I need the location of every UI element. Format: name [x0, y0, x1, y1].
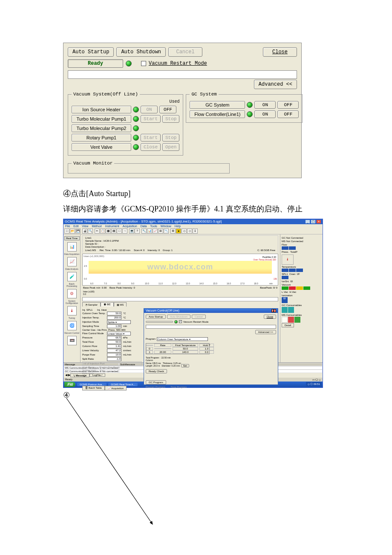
nav-icon[interactable]: 🌡: [67, 306, 77, 315]
auto-shutdown-button[interactable]: Auto Shutdown: [116, 47, 166, 57]
toolbar-icon[interactable]: ⊞: [158, 228, 163, 234]
arrow-annotation: ④: [63, 390, 332, 531]
param-input[interactable]: 66.5: [107, 336, 121, 340]
param-input[interactable]: 1.41: [107, 344, 121, 348]
menu-item[interactable]: Help: [175, 225, 181, 228]
vacuum-restart-checkbox[interactable]: [179, 320, 182, 323]
cell[interactable]: [154, 348, 171, 349]
toolbar-icon[interactable]: ?: [135, 228, 140, 234]
gc-program-button[interactable]: GC Program: [146, 380, 166, 384]
set-button[interactable]: Set: [181, 364, 189, 367]
param-input[interactable]: 250.0: [107, 316, 121, 320]
toolbar-icon[interactable]: □: [117, 228, 122, 234]
dialog-close-button[interactable]: ×: [274, 309, 276, 312]
program-select[interactable]: Column Oven Temperature ▾: [157, 337, 208, 341]
auto-shutdown-button[interactable]: Auto Shutdown: [167, 315, 190, 319]
toolbar-icon[interactable]: ▦: [106, 228, 111, 234]
param-input[interactable]: 50.0: [107, 340, 121, 344]
toolbar-icon[interactable]: ⚙: [170, 228, 176, 234]
param-input[interactable]: 47.2: [107, 349, 121, 353]
close-button[interactable]: Close: [264, 315, 276, 319]
cell[interactable]: 50.0: [173, 347, 198, 350]
tab-gc[interactable]: 🖥 GC: [101, 302, 114, 306]
toolbar-icon[interactable]: 📊: [147, 228, 152, 234]
toolbar-icon[interactable]: ●: [176, 228, 181, 234]
toolbar-icon[interactable]: ◇: [187, 228, 192, 234]
minimize-button[interactable]: _: [305, 220, 310, 224]
menu-item[interactable]: Window: [161, 225, 171, 228]
vacuum-restart-checkbox[interactable]: [141, 61, 146, 66]
param-input[interactable]: -1.0: [107, 357, 121, 361]
menu-item[interactable]: Edit: [73, 225, 78, 228]
param-input[interactable]: 50.0: [107, 312, 121, 315]
start-button[interactable]: 开始: [64, 382, 75, 387]
cell[interactable]: 1.0: [199, 347, 214, 350]
gc-off-button[interactable]: OFF: [277, 101, 299, 109]
nav-icon[interactable]: 🌀: [67, 321, 77, 330]
param-input[interactable]: 10.0: [107, 353, 121, 357]
toolbar-icon[interactable]: □: [64, 228, 69, 234]
cancel-button[interactable]: Cancel: [168, 47, 202, 57]
auto-startup-button[interactable]: Auto Startup: [68, 47, 114, 57]
advanced-button[interactable]: Advanced >>: [255, 330, 276, 334]
ion-source-on-button[interactable]: ON: [141, 106, 158, 113]
flow-off-button[interactable]: OFF: [277, 110, 299, 118]
cancel-button[interactable]: Cancel: [192, 315, 206, 319]
rotary-stop-button[interactable]: Stop: [162, 134, 179, 142]
close-window-button[interactable]: ×: [316, 220, 321, 224]
toolbar-icon[interactable]: ▤: [111, 228, 116, 234]
close-button[interactable]: Close: [263, 47, 297, 57]
menu-item[interactable]: Instrument: [105, 225, 119, 228]
vent-open-button[interactable]: Open: [162, 143, 179, 151]
toolbar-icon[interactable]: 📂: [70, 228, 75, 234]
system-tray[interactable]: ◇ ⓘ 09:51: [306, 382, 322, 387]
toolbar-icon[interactable]: ◇: [182, 228, 187, 234]
toolbar-icon[interactable]: 🖨: [82, 228, 87, 234]
param-select[interactable]: Linear Veloci ▾: [107, 332, 131, 335]
toolbar-icon[interactable]: 📋: [100, 228, 105, 234]
cell[interactable]: 20.00: [154, 350, 171, 354]
tab-acquisition[interactable]: 📈 Acquisition: [105, 386, 127, 390]
ion-source-off-button[interactable]: OFF: [159, 106, 176, 113]
nav-icon[interactable]: ⚙: [67, 289, 77, 298]
toolbar-icon[interactable]: ↧: [193, 228, 198, 234]
auto-startup-button[interactable]: Auto Startup: [146, 315, 166, 319]
tab-batch-table[interactable]: 🗄 Batch Table: [82, 386, 105, 390]
turbo1-stop-button[interactable]: Stop: [162, 115, 179, 123]
toolbar-icon[interactable]: 📉: [164, 228, 169, 234]
advanced-button[interactable]: Advanced <<: [254, 80, 297, 89]
gc-on-button[interactable]: ON: [254, 101, 276, 109]
turbo1-start-button[interactable]: Start: [141, 115, 161, 123]
vent-close-button[interactable]: Close: [141, 143, 161, 151]
menu-item[interactable]: Tools: [150, 225, 157, 228]
toolbar-icon[interactable]: 💾: [75, 228, 81, 234]
menu-item[interactable]: View: [82, 225, 88, 228]
toolbar-icon[interactable]: →: [122, 228, 127, 234]
tab-ms[interactable]: ▦ MS: [114, 302, 127, 306]
toolbar-icon[interactable]: 💻: [129, 228, 134, 234]
flow-on-button[interactable]: ON: [254, 110, 276, 118]
menu-item[interactable]: File: [65, 225, 70, 228]
ready-check-button[interactable]: Ready Check: [146, 369, 167, 373]
nav-icon[interactable]: 📼: [67, 336, 77, 345]
nav-icon[interactable]: 📊: [67, 242, 77, 251]
param-input[interactable]: 1.00: [107, 324, 121, 328]
nav-icon[interactable]: 🧪: [67, 272, 77, 281]
menu-item[interactable]: Acquisition: [123, 225, 137, 228]
toolbar-icon[interactable]: 🔍: [88, 228, 93, 234]
maximize-button[interactable]: ▢: [311, 220, 316, 224]
cell[interactable]: 0.0: [199, 350, 214, 354]
menu-item[interactable]: Data: [141, 225, 147, 228]
realtime-button[interactable]: Real Time: [64, 236, 80, 240]
toolbar-icon[interactable]: ✂: [95, 228, 100, 234]
tab-sampler[interactable]: ◔ Sampler: [82, 302, 101, 306]
param-select[interactable]: Splitle ▾: [107, 320, 131, 324]
param-label: Split Ratio: [82, 358, 106, 360]
nav-icon[interactable]: 📈: [67, 257, 77, 266]
detail-button[interactable]: Detail: [282, 323, 294, 327]
toolbar-icon[interactable]: 📈: [153, 228, 158, 234]
rotary-start-button[interactable]: Start: [141, 134, 161, 142]
menu-item[interactable]: Method: [92, 225, 101, 228]
toolbar-icon[interactable]: 🔧: [141, 228, 147, 234]
cell[interactable]: 140.0: [173, 350, 198, 354]
